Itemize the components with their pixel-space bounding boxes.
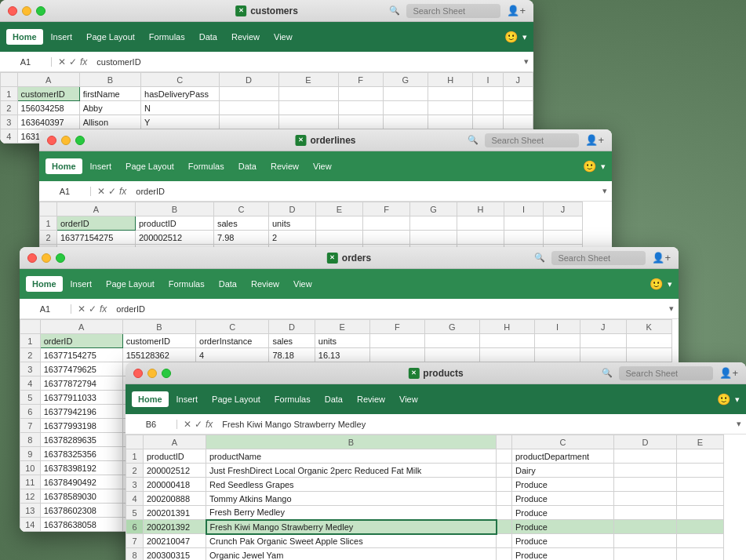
col-G-header[interactable]: G: [410, 202, 457, 216]
col-A-header[interactable]: A: [17, 73, 79, 87]
ribbon-tab-review[interactable]: Review: [264, 158, 305, 174]
cancel-formula-icon[interactable]: ✕: [78, 304, 86, 315]
cancel-formula-icon[interactable]: ✕: [97, 186, 105, 197]
col-D-header[interactable]: D: [269, 320, 315, 334]
col-B-header[interactable]: B: [122, 320, 195, 334]
col-E-header[interactable]: E: [316, 202, 363, 216]
col-C-header[interactable]: C: [196, 320, 269, 334]
ribbon-tab-data[interactable]: Data: [193, 29, 224, 45]
share-icon[interactable]: 👤+: [719, 367, 738, 379]
col-J-header[interactable]: J: [503, 73, 533, 87]
ribbon-tab-formulas[interactable]: Formulas: [162, 276, 211, 292]
close-button[interactable]: [27, 253, 37, 263]
ribbon-tab-home[interactable]: Home: [26, 276, 63, 292]
col-C-header[interactable]: C: [214, 202, 269, 216]
chevron-icon[interactable]: ▾: [601, 162, 606, 172]
ribbon-tab-review[interactable]: Review: [245, 276, 286, 292]
search-input[interactable]: [406, 4, 500, 18]
search-input[interactable]: [551, 251, 646, 265]
col-I-header[interactable]: I: [473, 73, 503, 87]
col-J-header[interactable]: J: [580, 320, 626, 334]
ribbon-tab-view[interactable]: View: [267, 29, 299, 45]
minimize-button[interactable]: [147, 369, 157, 378]
share-icon[interactable]: 👤+: [652, 252, 671, 264]
products-window-controls[interactable]: [133, 369, 171, 378]
maximize-button[interactable]: [75, 136, 85, 145]
col-B-header[interactable]: B: [206, 435, 497, 449]
col-A-header[interactable]: A: [144, 435, 206, 449]
ribbon-tab-data[interactable]: Data: [213, 276, 243, 292]
col-K-header[interactable]: K: [626, 320, 671, 334]
col-C-header[interactable]: C: [512, 435, 614, 449]
confirm-formula-icon[interactable]: ✓: [195, 419, 202, 430]
col-G-header[interactable]: G: [383, 73, 428, 87]
close-button[interactable]: [133, 369, 143, 378]
ribbon-tab-data[interactable]: Data: [232, 158, 263, 174]
col-D-header[interactable]: D: [269, 202, 316, 216]
minimize-button[interactable]: [42, 253, 51, 263]
col-H-header[interactable]: H: [428, 73, 473, 87]
col-E-header[interactable]: E: [677, 435, 724, 449]
col-G-header[interactable]: G: [424, 320, 479, 334]
close-button[interactable]: [47, 136, 56, 145]
ribbon-tab-home[interactable]: Home: [6, 29, 43, 45]
col-A-header[interactable]: A: [40, 320, 122, 334]
col-D-header[interactable]: D: [219, 73, 278, 87]
col-B-header[interactable]: B: [79, 73, 140, 87]
col-C-header[interactable]: C: [141, 73, 219, 87]
ribbon-tab-view[interactable]: View: [307, 158, 338, 174]
ribbon-tab-review[interactable]: Review: [351, 391, 391, 407]
expand-icon[interactable]: ▾: [524, 56, 529, 67]
maximize-button[interactable]: [162, 369, 171, 378]
ribbon-tab-view[interactable]: View: [393, 391, 424, 407]
col-I-header[interactable]: I: [534, 320, 580, 334]
ribbon-tab-review[interactable]: Review: [225, 29, 266, 45]
chevron-icon[interactable]: ▾: [522, 32, 527, 42]
customers-window[interactable]: ✕ customers 🔍 👤+ Home Insert Page Layout…: [0, 0, 533, 144]
col-E-header[interactable]: E: [315, 320, 369, 334]
close-button[interactable]: [8, 6, 17, 16]
ribbon-tab-insert[interactable]: Insert: [45, 29, 79, 45]
cell-reference[interactable]: A1: [24, 304, 71, 314]
col-H-header[interactable]: H: [457, 202, 504, 216]
ribbon-tab-insert[interactable]: Insert: [84, 158, 118, 174]
col-F-header[interactable]: F: [338, 73, 383, 87]
expand-icon[interactable]: ▾: [602, 186, 607, 196]
chevron-icon[interactable]: ▾: [668, 279, 672, 289]
col-J-header[interactable]: J: [544, 202, 583, 216]
chevron-icon[interactable]: ▾: [735, 395, 740, 405]
ribbon-tab-view[interactable]: View: [287, 276, 318, 292]
ribbon-tab-insert[interactable]: Insert: [64, 276, 99, 292]
cancel-formula-icon[interactable]: ✕: [58, 56, 66, 67]
orderlines-window[interactable]: ✕ orderlines 🔍 👤+ Home Insert Page Layou…: [39, 129, 612, 259]
search-input[interactable]: [485, 133, 579, 147]
search-input[interactable]: [619, 366, 713, 380]
ribbon-tab-formulas[interactable]: Formulas: [143, 29, 191, 45]
expand-icon[interactable]: ▾: [669, 304, 674, 314]
confirm-formula-icon[interactable]: ✓: [108, 186, 116, 197]
col-D-header[interactable]: D: [614, 435, 677, 449]
ribbon-tab-formulas[interactable]: Formulas: [268, 391, 317, 407]
minimize-button[interactable]: [22, 6, 31, 16]
expand-icon[interactable]: ▾: [737, 419, 741, 429]
col-A-header[interactable]: A: [57, 202, 136, 216]
orders-window-controls[interactable]: [27, 253, 65, 263]
share-icon[interactable]: 👤+: [585, 134, 604, 146]
col-F-header[interactable]: F: [363, 202, 410, 216]
col-E-header[interactable]: E: [278, 73, 338, 87]
col-B-header[interactable]: B: [136, 202, 214, 216]
col-I-header[interactable]: I: [504, 202, 544, 216]
confirm-formula-icon[interactable]: ✓: [89, 304, 96, 315]
ribbon-tab-insert[interactable]: Insert: [170, 391, 205, 407]
customers-window-controls[interactable]: [8, 6, 45, 16]
orderlines-window-controls[interactable]: [47, 136, 85, 145]
col-F-header[interactable]: F: [369, 320, 424, 334]
maximize-button[interactable]: [36, 6, 45, 16]
ribbon-tab-home[interactable]: Home: [45, 158, 82, 174]
ribbon-tab-home[interactable]: Home: [132, 391, 169, 407]
minimize-button[interactable]: [61, 136, 71, 145]
confirm-formula-icon[interactable]: ✓: [69, 56, 77, 67]
share-icon[interactable]: 👤+: [507, 5, 526, 16]
maximize-button[interactable]: [56, 253, 65, 263]
ribbon-tab-formulas[interactable]: Formulas: [182, 158, 231, 174]
